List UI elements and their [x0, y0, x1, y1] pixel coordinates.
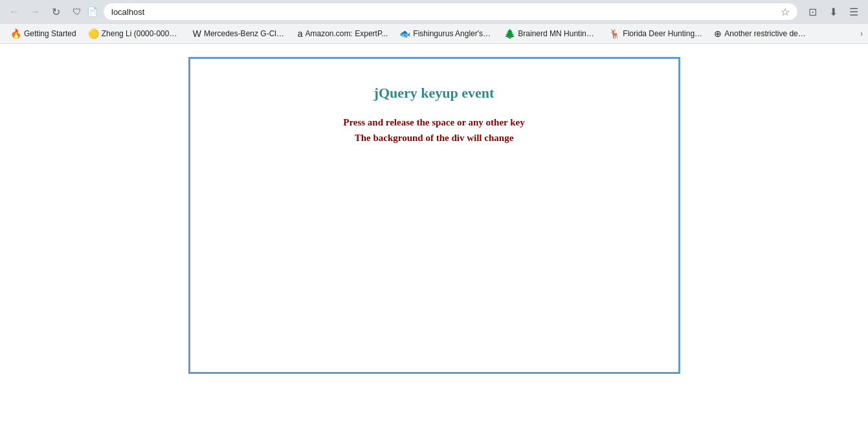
downloads-icon: ⬇: [829, 6, 838, 18]
bookmark-star-button[interactable]: ☆: [781, 6, 790, 18]
back-icon: ←: [9, 6, 19, 17]
refresh-icon: ↻: [52, 6, 60, 18]
title-bar: ← → ↻ 🛡 📄 localhost ☆ ⊡ ⬇ ☰: [0, 0, 868, 23]
toolbar-right: ⊡ ⬇ ☰: [803, 3, 863, 21]
demo-instructions: Press and release the space or any other…: [343, 114, 525, 146]
shield-icon: 🛡: [72, 6, 82, 17]
bookmarks-bar: 🔥Getting Started🟡Zheng Li (0000-0002-3..…: [0, 23, 868, 44]
bookmark-item-getting-started[interactable]: 🔥Getting Started: [5, 26, 82, 41]
page-content: jQuery keyup event Press and release the…: [0, 44, 868, 425]
bookmark-item-another[interactable]: ⊕Another restrictive dee...: [709, 26, 812, 41]
bookmark-item-brainerd[interactable]: 🌲Brainerd MN Hunting ...: [499, 26, 603, 41]
nav-buttons: ← → ↻: [5, 3, 65, 21]
bookmark-item-amazon[interactable]: aAmazon.com: ExpertP...: [293, 26, 394, 41]
bookmark-icon-brainerd: 🌲: [504, 28, 515, 39]
bookmark-icon-another: ⊕: [714, 28, 722, 39]
bookmark-icon-getting-started: 🔥: [10, 28, 21, 39]
demo-title: jQuery keyup event: [374, 85, 495, 102]
bookmark-icon-fishingurus: 🐟: [399, 28, 410, 39]
instruction-line2: The background of the div will change: [355, 133, 514, 143]
bookmark-label-brainerd: Brainerd MN Hunting ...: [518, 29, 597, 38]
instruction-line1: Press and release the space or any other…: [343, 117, 525, 127]
collections-button[interactable]: ⊡: [803, 3, 821, 21]
bookmark-icon-mercedes: W: [193, 28, 201, 39]
star-icon: ☆: [781, 6, 790, 17]
address-bar[interactable]: localhost ☆: [103, 3, 798, 21]
forward-icon: →: [30, 6, 40, 17]
refresh-button[interactable]: ↻: [47, 3, 65, 21]
forward-button[interactable]: →: [26, 3, 44, 21]
bookmark-item-mercedes[interactable]: WMercedes-Benz G-Clas...: [188, 26, 291, 41]
bookmark-label-getting-started: Getting Started: [24, 29, 76, 38]
bookmark-icon-zheng-li: 🟡: [88, 28, 99, 39]
back-button[interactable]: ←: [5, 3, 23, 21]
menu-icon: ☰: [849, 6, 858, 18]
bookmark-label-fishingurus: Fishingurus Angler's l...: [413, 29, 493, 38]
url-text: localhost: [111, 7, 775, 17]
bookmarks-overflow-chevron[interactable]: ›: [860, 29, 863, 38]
menu-button[interactable]: ☰: [845, 3, 863, 21]
bookmark-item-fishingurus[interactable]: 🐟Fishingurus Angler's l...: [394, 26, 498, 41]
bookmark-label-florida-deer: Florida Deer Hunting S...: [623, 29, 702, 38]
page-icon: 📄: [87, 6, 98, 17]
bookmark-label-amazon: Amazon.com: ExpertP...: [306, 29, 388, 38]
bookmark-item-florida-deer[interactable]: 🦌Florida Deer Hunting S...: [604, 26, 707, 41]
collections-icon: ⊡: [808, 6, 817, 18]
bookmark-label-zheng-li: Zheng Li (0000-0002-3...: [102, 29, 181, 38]
bookmark-item-zheng-li[interactable]: 🟡Zheng Li (0000-0002-3...: [83, 26, 186, 41]
bookmark-icon-florida-deer: 🦌: [609, 28, 620, 39]
bookmark-label-another: Another restrictive dee...: [724, 29, 807, 38]
downloads-button[interactable]: ⬇: [824, 3, 842, 21]
bookmark-icon-amazon: a: [298, 28, 303, 39]
bookmark-label-mercedes: Mercedes-Benz G-Clas...: [204, 29, 286, 38]
demo-box[interactable]: jQuery keyup event Press and release the…: [188, 57, 680, 374]
